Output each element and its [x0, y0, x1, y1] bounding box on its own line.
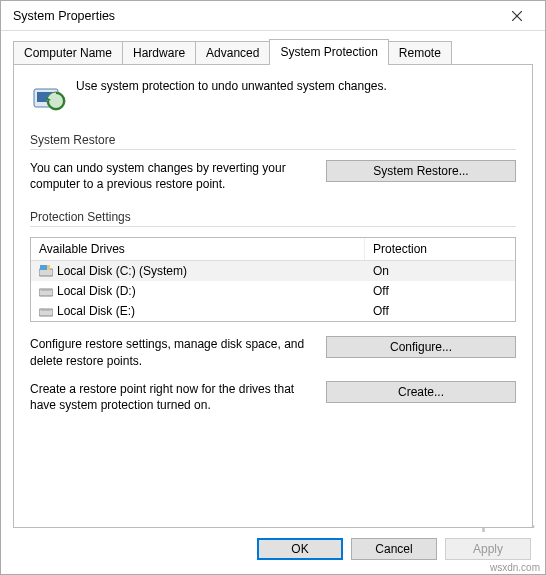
drive-status: On	[365, 264, 515, 278]
create-text: Create a restore point right now for the…	[30, 381, 310, 413]
protection-settings-heading: Protection Settings	[30, 210, 516, 224]
svg-rect-12	[41, 310, 51, 311]
system-restore-button[interactable]: System Restore...	[326, 160, 516, 182]
svg-rect-8	[47, 265, 50, 270]
svg-rect-10	[41, 290, 51, 291]
intro-text: Use system protection to undo unwanted s…	[76, 79, 387, 115]
drive-table-header: Available Drives Protection	[31, 238, 515, 261]
disk-system-icon	[39, 265, 53, 277]
create-button[interactable]: Create...	[326, 381, 516, 403]
tab-computer-name[interactable]: Computer Name	[13, 41, 123, 64]
divider	[30, 226, 516, 227]
col-available-drives[interactable]: Available Drives	[31, 238, 365, 260]
tab-advanced[interactable]: Advanced	[195, 41, 270, 64]
tab-hardware[interactable]: Hardware	[122, 41, 196, 64]
configure-button[interactable]: Configure...	[326, 336, 516, 358]
system-protection-icon	[30, 79, 66, 115]
tab-strip: Computer Name Hardware Advanced System P…	[13, 41, 533, 64]
drive-name: Local Disk (D:)	[57, 284, 136, 298]
drive-name: Local Disk (C:) (System)	[57, 264, 187, 278]
tab-system-protection[interactable]: System Protection	[269, 39, 388, 65]
svg-rect-7	[40, 265, 47, 270]
system-properties-window: System Properties Computer Name Hardware…	[0, 0, 546, 575]
drive-name: Local Disk (E:)	[57, 304, 135, 318]
dialog-button-row: OK Cancel Apply	[1, 528, 545, 574]
apply-button: Apply	[445, 538, 531, 560]
drive-status: Off	[365, 304, 515, 318]
drive-table: Available Drives Protection Local Disk (…	[30, 237, 516, 322]
svg-rect-6	[39, 269, 53, 276]
tab-panel-system-protection: Use system protection to undo unwanted s…	[13, 64, 533, 528]
drive-status: Off	[365, 284, 515, 298]
close-icon	[512, 11, 522, 21]
system-restore-description: You can undo system changes by reverting…	[30, 160, 310, 192]
close-button[interactable]	[497, 2, 537, 30]
table-row[interactable]: Local Disk (C:) (System) On	[31, 261, 515, 281]
col-protection[interactable]: Protection	[365, 238, 515, 260]
system-restore-heading: System Restore	[30, 133, 516, 147]
table-row[interactable]: Local Disk (E:) Off	[31, 301, 515, 321]
disk-icon	[39, 305, 53, 317]
tab-remote[interactable]: Remote	[388, 41, 452, 64]
configure-text: Configure restore settings, manage disk …	[30, 336, 310, 368]
intro-area: Use system protection to undo unwanted s…	[30, 79, 516, 115]
divider	[30, 149, 516, 150]
window-title: System Properties	[13, 9, 497, 23]
ok-button[interactable]: OK	[257, 538, 343, 560]
table-row[interactable]: Local Disk (D:) Off	[31, 281, 515, 301]
titlebar: System Properties	[1, 1, 545, 31]
disk-icon	[39, 285, 53, 297]
cancel-button[interactable]: Cancel	[351, 538, 437, 560]
